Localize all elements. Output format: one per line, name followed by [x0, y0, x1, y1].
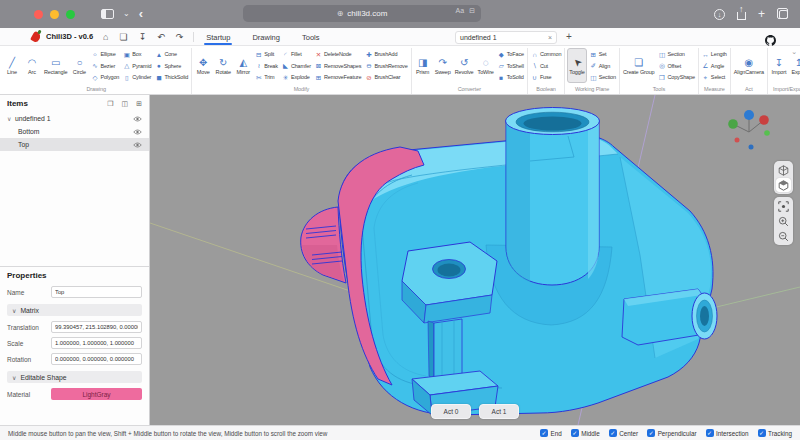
- z-axis-ball[interactable]: [744, 110, 754, 120]
- mirror-button[interactable]: ◭Mirror: [234, 48, 252, 83]
- cylinder-button[interactable]: ▯Cylinder: [122, 72, 152, 82]
- polygon-button[interactable]: ◇Polygon: [90, 72, 120, 82]
- tab-tools[interactable]: Tools: [300, 30, 322, 44]
- snap-middle[interactable]: ✓Middle: [571, 429, 600, 437]
- undo-icon[interactable]: ↶: [157, 32, 165, 42]
- visibility-eye-icon[interactable]: [133, 116, 142, 122]
- new-document-tab-button[interactable]: +: [566, 31, 572, 42]
- new-group-icon[interactable]: ◫: [122, 100, 129, 108]
- add-icon[interactable]: ⊞: [136, 100, 142, 108]
- document-tab[interactable]: undefined 1 ×: [455, 31, 557, 44]
- editable-shape-section-header[interactable]: ∨ Editable Shape: [7, 371, 142, 383]
- zoom-in-icon[interactable]: [776, 214, 791, 228]
- cut-button[interactable]: ∖Cut: [530, 61, 562, 71]
- neg-y-axis-dot[interactable]: [764, 130, 770, 136]
- viewport-3d-canvas[interactable]: Act 0Act 1: [150, 95, 800, 425]
- thicksolid-button[interactable]: ◼ThickSolid: [154, 72, 189, 82]
- brushremove-button[interactable]: ⊖BrushRemove: [364, 61, 408, 71]
- fillet-button[interactable]: ◜Fillet: [281, 49, 312, 59]
- common-button[interactable]: ∩Common: [530, 49, 562, 59]
- x-axis-ball[interactable]: [759, 115, 769, 125]
- minimize-window-button[interactable]: [50, 10, 59, 19]
- act-0-button[interactable]: Act 0: [431, 404, 471, 419]
- break-button[interactable]: ≀Break: [254, 61, 279, 71]
- select-button[interactable]: ⌖Select: [701, 72, 728, 82]
- section-button[interactable]: ◫Section: [589, 72, 617, 82]
- towire-button[interactable]: ◌ToWire: [477, 48, 495, 83]
- visibility-eye-icon[interactable]: [133, 142, 142, 148]
- checkbox-icon[interactable]: ✓: [571, 429, 579, 437]
- back-icon[interactable]: ‹: [139, 8, 143, 20]
- checkbox-icon[interactable]: ✓: [647, 429, 655, 437]
- rectangle-button[interactable]: ▭Rectangle: [43, 48, 68, 83]
- copyshape-button[interactable]: ❐CopyShape: [657, 72, 695, 82]
- page-settings-icon[interactable]: Aa: [456, 7, 465, 15]
- chamfer-button[interactable]: ◣Chamfer: [281, 61, 312, 71]
- matrix-section-header[interactable]: ∨ Matrix: [7, 304, 142, 316]
- ellipse-button[interactable]: ○Ellipse: [90, 49, 120, 59]
- snap-center[interactable]: ✓Center: [609, 429, 638, 437]
- revolve-button[interactable]: ↺Revolve: [454, 48, 475, 83]
- tab-startup[interactable]: Startup: [204, 30, 232, 44]
- brushclear-button[interactable]: ⊘BrushClear: [364, 72, 408, 82]
- tab-drawing[interactable]: Drawing: [250, 30, 282, 44]
- downloads-icon[interactable]: ↓: [714, 9, 725, 20]
- brushadd-button[interactable]: ✚BrushAdd: [364, 49, 408, 59]
- cone-button[interactable]: ▲Cone: [154, 49, 189, 59]
- align-button[interactable]: ✐Align: [589, 61, 617, 71]
- rotation-field[interactable]: [51, 353, 142, 365]
- import-button[interactable]: ↧Import: [770, 48, 788, 83]
- redo-icon[interactable]: ↷: [176, 32, 184, 42]
- bezier-button[interactable]: ∿Bezier: [90, 61, 120, 71]
- ribbon-collapse-icon[interactable]: ⌄: [791, 48, 797, 56]
- close-window-button[interactable]: [34, 10, 43, 19]
- new-tab-icon[interactable]: +: [758, 8, 765, 20]
- prism-button[interactable]: ◨Prism: [414, 48, 432, 83]
- share-icon[interactable]: [737, 12, 746, 20]
- offset-button[interactable]: ◎Offset: [657, 61, 695, 71]
- address-bar[interactable]: ⊕ chili3d.com Aa ⊟: [243, 5, 481, 22]
- pyramid-button[interactable]: △Pyramid: [122, 61, 152, 71]
- new-folder-icon[interactable]: ❐: [107, 100, 113, 108]
- tree-item-bottom[interactable]: Bottom: [0, 125, 149, 138]
- close-document-icon[interactable]: ×: [548, 34, 552, 41]
- snap-intersection[interactable]: ✓Intersection: [706, 429, 749, 437]
- circle-button[interactable]: ○Circle: [70, 48, 88, 83]
- fit-view-icon[interactable]: [776, 199, 791, 213]
- view-cube-icon[interactable]: [776, 163, 791, 177]
- zoom-out-icon[interactable]: [776, 229, 791, 243]
- neg-z-axis-dot[interactable]: [749, 145, 754, 150]
- removefeature-button[interactable]: ⊞RemoveFeature: [314, 72, 363, 82]
- sweep-button[interactable]: ↷Sweep: [434, 48, 452, 83]
- axis-gizmo[interactable]: [724, 105, 772, 153]
- deletenode-button[interactable]: ✕DeleteNode: [314, 49, 363, 59]
- chevron-down-icon[interactable]: ⌄: [123, 10, 130, 18]
- home-icon[interactable]: ⌂: [103, 32, 108, 42]
- shaded-view-icon[interactable]: [776, 178, 791, 192]
- visibility-eye-icon[interactable]: [133, 129, 142, 135]
- translation-field[interactable]: [51, 321, 142, 333]
- save-icon[interactable]: ↧: [139, 32, 147, 42]
- toface-button[interactable]: ◆ToFace: [497, 49, 525, 59]
- snap-tracking[interactable]: ✓Tracking: [758, 429, 792, 437]
- act-1-button[interactable]: Act 1: [479, 404, 519, 419]
- snap-end[interactable]: ✓End: [540, 429, 562, 437]
- neg-x-axis-dot[interactable]: [735, 138, 740, 143]
- section-button[interactable]: ◫Section: [657, 49, 695, 59]
- checkbox-icon[interactable]: ✓: [758, 429, 766, 437]
- toggle-button[interactable]: ➤Toggle: [567, 48, 586, 83]
- set-button[interactable]: ⊞Set: [589, 49, 617, 59]
- tree-item-top[interactable]: Top: [0, 138, 149, 151]
- snap-perpendicular[interactable]: ✓Perpendicular: [647, 429, 696, 437]
- removeshapes-button[interactable]: ⊠RemoveShapes: [314, 61, 363, 71]
- explode-button[interactable]: ✳Explode: [281, 72, 312, 82]
- tree-item-undefined-1[interactable]: ∨undefined 1: [0, 112, 149, 125]
- aligncamera-button[interactable]: ◉AlignCamera: [733, 48, 765, 83]
- new-document-icon[interactable]: ❏: [120, 32, 128, 42]
- box-button[interactable]: ▣Box: [122, 49, 152, 59]
- chevron-expanded-icon[interactable]: ∨: [7, 115, 15, 122]
- tosolid-button[interactable]: ■ToSolid: [497, 72, 525, 82]
- material-button[interactable]: LightGray: [51, 388, 142, 400]
- split-button[interactable]: ⊟Split: [254, 49, 279, 59]
- length-button[interactable]: ↔Length: [701, 49, 728, 59]
